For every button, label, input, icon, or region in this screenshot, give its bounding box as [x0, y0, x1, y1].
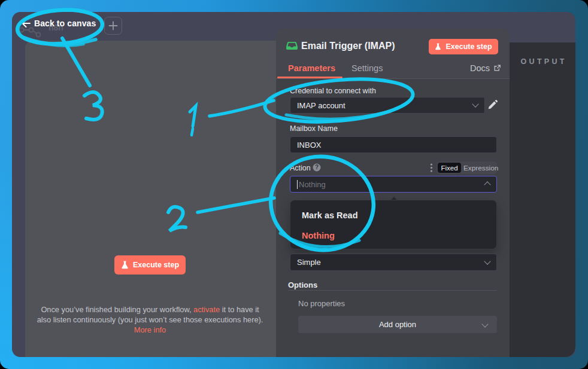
- svg-text:?: ?: [315, 164, 319, 170]
